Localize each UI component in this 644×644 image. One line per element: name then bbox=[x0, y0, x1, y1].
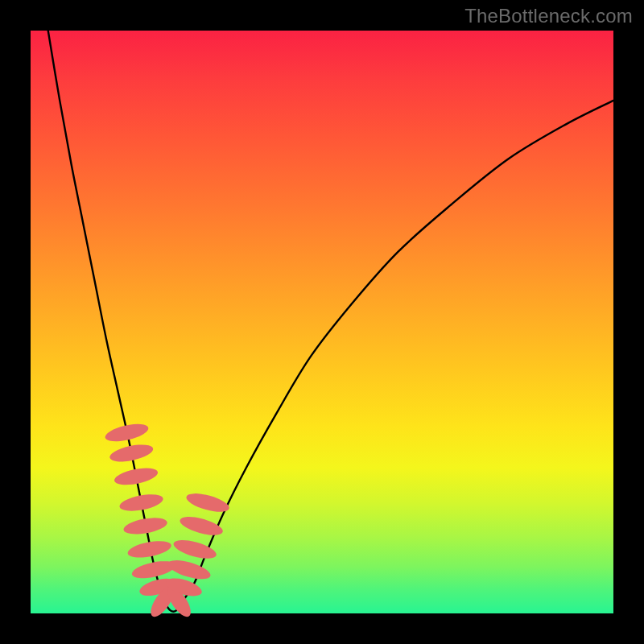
marker-point bbox=[118, 491, 164, 514]
marker-point bbox=[104, 421, 151, 445]
chart-frame: TheBottleneck.com bbox=[0, 0, 644, 644]
highlighted-points bbox=[104, 421, 231, 621]
marker-point bbox=[108, 441, 155, 464]
plot-area bbox=[31, 31, 613, 613]
watermark-text: TheBottleneck.com bbox=[464, 5, 633, 27]
chart-svg bbox=[31, 31, 613, 613]
marker-point bbox=[178, 513, 225, 539]
marker-point bbox=[113, 465, 159, 488]
